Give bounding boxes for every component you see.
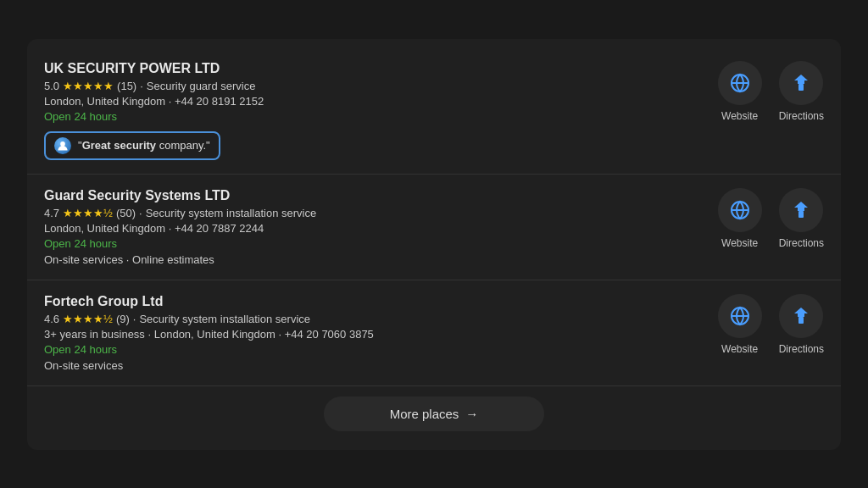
website-label: Website xyxy=(721,110,758,122)
listing-extras: On-site services · Online estimates xyxy=(44,253,701,266)
listing-address: London, United Kingdom · +44 20 8191 215… xyxy=(44,95,701,108)
action-buttons-row: Website Directions xyxy=(718,188,824,249)
directions-label: Directions xyxy=(779,343,824,355)
listing-guard-security: Guard Security Systems LTD 4.7 ★★★★½ (50… xyxy=(27,175,841,280)
category: Security system installation service xyxy=(146,207,317,219)
svg-point-0 xyxy=(60,141,65,147)
directions-icon[interactable] xyxy=(779,61,823,105)
website-label: Website xyxy=(721,343,758,355)
listing-hours: Open 24 hours xyxy=(44,343,701,356)
listing-uk-security-power: UK SECURITY POWER LTD 5.0 ★★★★★ (15) · S… xyxy=(27,47,841,175)
category-separator: · xyxy=(133,313,136,325)
svg-rect-6 xyxy=(798,211,804,218)
review-count: (15) xyxy=(117,80,136,92)
listing-address: London, United Kingdom · +44 20 7887 224… xyxy=(44,222,701,235)
category: Security guard service xyxy=(147,80,256,92)
website-label: Website xyxy=(721,237,758,249)
listing-extras: On-site services xyxy=(44,359,701,372)
listing-hours: Open 24 hours xyxy=(44,237,701,250)
directions-icon[interactable] xyxy=(779,294,823,338)
more-places-label: More places xyxy=(390,407,459,421)
svg-rect-3 xyxy=(798,84,804,91)
more-places-button[interactable]: More places → xyxy=(324,396,544,431)
website-icon[interactable] xyxy=(718,294,762,338)
website-button[interactable]: Website xyxy=(718,294,762,355)
review-text: "Great security company." xyxy=(78,139,210,152)
rating-value: 4.6 xyxy=(44,313,59,325)
directions-label: Directions xyxy=(779,110,824,122)
review-bubble[interactable]: "Great security company." xyxy=(44,131,220,160)
results-container: UK SECURITY POWER LTD 5.0 ★★★★★ (15) · S… xyxy=(27,39,841,450)
listing-name[interactable]: UK SECURITY POWER LTD xyxy=(44,61,701,76)
website-icon[interactable] xyxy=(718,61,762,105)
listing-actions: Website Directions xyxy=(718,188,824,249)
review-count: (50) xyxy=(116,207,136,219)
rating-stars: ★★★★½ xyxy=(63,313,113,325)
svg-rect-9 xyxy=(798,317,804,324)
listing-rating: 4.6 ★★★★½ (9) · Security system installa… xyxy=(44,313,701,325)
directions-label: Directions xyxy=(779,237,824,249)
review-avatar xyxy=(54,137,71,154)
category-separator: · xyxy=(139,207,142,219)
listing-rating: 5.0 ★★★★★ (15) · Security guard service xyxy=(44,80,701,92)
listing-rating: 4.7 ★★★★½ (50) · Security system install… xyxy=(44,207,701,219)
listing-info: Fortech Group Ltd 4.6 ★★★★½ (9) · Securi… xyxy=(44,294,701,372)
directions-button[interactable]: Directions xyxy=(779,188,824,249)
directions-icon[interactable] xyxy=(779,188,823,232)
more-places-arrow: → xyxy=(465,407,478,421)
action-buttons-row: Website Directions xyxy=(718,61,824,122)
directions-button[interactable]: Directions xyxy=(779,61,824,122)
rating-value: 5.0 xyxy=(44,80,59,92)
action-buttons-row: Website Directions xyxy=(718,294,824,355)
listing-actions: Website Directions xyxy=(718,61,824,122)
category-separator: · xyxy=(140,80,143,92)
rating-stars: ★★★★½ xyxy=(63,207,113,219)
listing-actions: Website Directions xyxy=(718,294,824,355)
website-button[interactable]: Website xyxy=(718,61,762,122)
category: Security system installation service xyxy=(139,313,310,325)
listing-info: Guard Security Systems LTD 4.7 ★★★★½ (50… xyxy=(44,188,701,266)
listing-info: UK SECURITY POWER LTD 5.0 ★★★★★ (15) · S… xyxy=(44,61,701,160)
website-button[interactable]: Website xyxy=(718,188,762,249)
listing-name[interactable]: Guard Security Systems LTD xyxy=(44,188,701,203)
listing-fortech-group: Fortech Group Ltd 4.6 ★★★★½ (9) · Securi… xyxy=(27,280,841,386)
listing-name[interactable]: Fortech Group Ltd xyxy=(44,294,701,309)
listing-hours: Open 24 hours xyxy=(44,110,701,123)
rating-stars: ★★★★★ xyxy=(63,80,114,92)
listing-address: 3+ years in business · London, United Ki… xyxy=(44,328,701,341)
review-count: (9) xyxy=(116,313,130,325)
rating-value: 4.7 xyxy=(44,207,59,219)
more-places-bar: More places → xyxy=(27,386,841,441)
directions-button[interactable]: Directions xyxy=(779,294,824,355)
website-icon[interactable] xyxy=(718,188,762,232)
